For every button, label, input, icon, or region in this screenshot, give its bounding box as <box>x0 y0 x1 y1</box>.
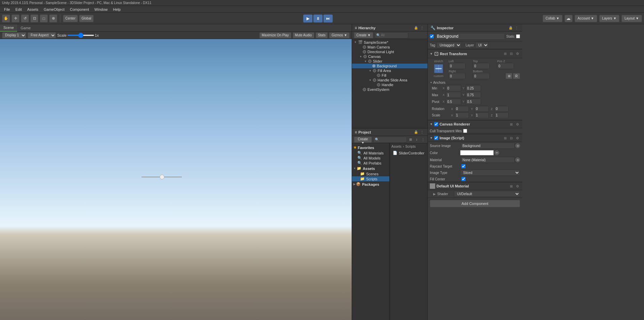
scene-viewport[interactable] <box>0 39 352 320</box>
menu-edit[interactable]: Edit <box>13 6 25 13</box>
img-paste[interactable]: ⊟ <box>509 135 514 141</box>
hierarchy-item-slider[interactable]: ▼ Slider <box>352 59 427 64</box>
img-copy[interactable]: ⊞ <box>503 135 508 141</box>
hierarchy-item-directionallight[interactable]: Directional Light <box>352 49 427 54</box>
source-image-input[interactable] <box>461 143 515 149</box>
hierarchy-item-maincamera[interactable]: Main Camera <box>352 45 427 49</box>
project-search[interactable] <box>373 137 407 143</box>
anchor-icon[interactable] <box>434 64 443 73</box>
rt-paste[interactable]: ⊟ <box>509 51 514 57</box>
image-script-active[interactable] <box>434 136 438 140</box>
project-all-prefabs[interactable]: 🔍 All Prefabs <box>352 161 389 166</box>
project-view-toggle[interactable]: ⊞ <box>408 137 413 142</box>
posz-input[interactable] <box>497 63 514 69</box>
add-component-button[interactable]: Add Component <box>430 200 520 207</box>
min-y-input[interactable] <box>466 85 481 91</box>
cr-copy[interactable]: ⊞ <box>509 121 514 127</box>
favorites-header[interactable]: ★ Favorites <box>352 145 389 150</box>
image-script-header[interactable]: ▼ Image (Script) ⊞ ⊟ ⚙ <box>428 134 522 142</box>
material-input[interactable] <box>461 157 515 163</box>
hierarchy-lock[interactable]: 🔒 <box>413 25 419 31</box>
project-lock[interactable]: 🔒 <box>413 130 419 135</box>
project-sort[interactable]: ↕ <box>414 137 419 142</box>
play-button[interactable]: ▶ <box>303 14 313 23</box>
hierarchy-item-handleslidearea[interactable]: ▼ Handle Slide Area <box>352 78 427 82</box>
rt-copy[interactable]: ⊞ <box>503 51 508 57</box>
color-edit[interactable]: ✏ <box>494 150 499 155</box>
material-picker[interactable]: ⊙ <box>515 157 520 162</box>
max-y-input[interactable] <box>466 92 481 98</box>
r-button[interactable]: R <box>513 73 520 79</box>
project-create[interactable]: Create ▼ <box>354 137 372 143</box>
img-more[interactable]: ⚙ <box>515 135 520 141</box>
tool-move[interactable]: ✛ <box>11 14 20 23</box>
menu-assets[interactable]: Assets <box>25 6 41 13</box>
tool-hand[interactable]: ✋ <box>2 14 10 23</box>
hierarchy-item-eventsystem[interactable]: EventSystem <box>352 87 427 92</box>
right-input[interactable] <box>449 73 465 79</box>
source-image-picker[interactable]: ⊙ <box>515 143 520 148</box>
object-name-input[interactable] <box>435 33 505 40</box>
cr-more[interactable]: ⚙ <box>515 121 520 127</box>
project-scripts[interactable]: 📁 Scripts <box>352 176 389 181</box>
menu-window[interactable]: Window <box>92 6 110 13</box>
scale-slider[interactable] <box>67 35 94 36</box>
maximize-on-play[interactable]: Maximize On Play <box>259 32 291 38</box>
canvas-renderer-active[interactable] <box>434 122 438 126</box>
object-active-checkbox[interactable] <box>430 34 434 38</box>
project-all-materials[interactable]: 🔍 All Materials <box>352 150 389 155</box>
tool-transform[interactable]: ⊗ <box>49 14 57 23</box>
cloud-button[interactable]: ☁ <box>565 15 573 22</box>
layer-dropdown[interactable]: UI <box>475 42 489 48</box>
hierarchy-item-background[interactable]: Background <box>352 64 427 68</box>
scale-z-input[interactable] <box>494 112 509 118</box>
tab-game[interactable]: Game <box>17 24 34 32</box>
rect-transform-header[interactable]: ▼ ⊡ Rect Transform ⊞ ⊟ ⚙ <box>428 49 522 58</box>
static-checkbox[interactable] <box>516 34 520 38</box>
pause-button[interactable]: ⏸ <box>313 14 323 23</box>
hierarchy-create[interactable]: Create ▼ <box>354 32 373 38</box>
step-button[interactable]: ⏭ <box>323 14 333 23</box>
pivot-x-input[interactable] <box>446 99 461 105</box>
project-more2[interactable]: ⋮ <box>421 137 425 142</box>
stats-button[interactable]: Stats <box>316 32 328 38</box>
hierarchy-more[interactable]: ⋮ <box>419 25 425 31</box>
hierarchy-item-handle[interactable]: Handle <box>352 82 427 87</box>
layers-dropdown[interactable]: Layers ▼ <box>599 15 620 22</box>
image-type-dropdown[interactable]: Sliced <box>460 170 520 176</box>
mute-audio[interactable]: Mute Audio <box>293 32 314 38</box>
canvas-renderer-header[interactable]: ▼ Canvas Renderer ⊞ ⚙ <box>428 120 522 128</box>
tool-scale[interactable]: ⊡ <box>30 14 38 23</box>
center-button[interactable]: Center <box>63 15 78 22</box>
inspector-more[interactable]: ⋮ <box>514 25 519 31</box>
project-slider-controller[interactable]: 📄 SliderController <box>391 150 426 155</box>
layout-dropdown[interactable]: Layout ▼ <box>621 15 642 22</box>
max-x-input[interactable] <box>446 92 461 98</box>
tool-rotate[interactable]: ↺ <box>21 14 29 23</box>
menu-component[interactable]: Component <box>67 6 92 13</box>
default-material-header[interactable]: Default UI Material ⊞ ⚙ <box>428 182 522 190</box>
slider-handle[interactable] <box>160 175 164 179</box>
mat-copy[interactable]: ⊞ <box>509 183 514 189</box>
raycast-checkbox[interactable] <box>461 164 465 168</box>
rt-more[interactable]: ⚙ <box>515 51 520 57</box>
hierarchy-search[interactable] <box>375 32 408 38</box>
blueprint-btn[interactable]: ⊞ <box>506 73 512 79</box>
menu-help[interactable]: Help <box>110 6 123 13</box>
rot-z-input[interactable] <box>494 106 509 112</box>
anchors-header[interactable]: ▼ Anchors <box>430 80 520 85</box>
cull-checkbox[interactable] <box>463 129 467 133</box>
project-more[interactable]: ⋮ <box>419 130 425 135</box>
top-input[interactable] <box>473 63 490 69</box>
tool-rect[interactable]: □ <box>40 14 48 23</box>
pivot-y-input[interactable] <box>466 99 481 105</box>
aspect-select[interactable]: Free Aspect <box>28 32 56 38</box>
tag-dropdown[interactable]: Untagged <box>437 42 461 48</box>
menu-gameobject[interactable]: GameObject <box>41 6 67 13</box>
mat-more[interactable]: ⚙ <box>515 183 520 189</box>
project-scenes[interactable]: 📁 Scenes <box>352 171 389 176</box>
shader-dropdown[interactable]: UI/Default <box>454 191 520 197</box>
bottom-input[interactable] <box>473 73 490 79</box>
collab-button[interactable]: Collab ▼ <box>543 15 562 22</box>
fill-center-checkbox[interactable] <box>461 177 465 181</box>
